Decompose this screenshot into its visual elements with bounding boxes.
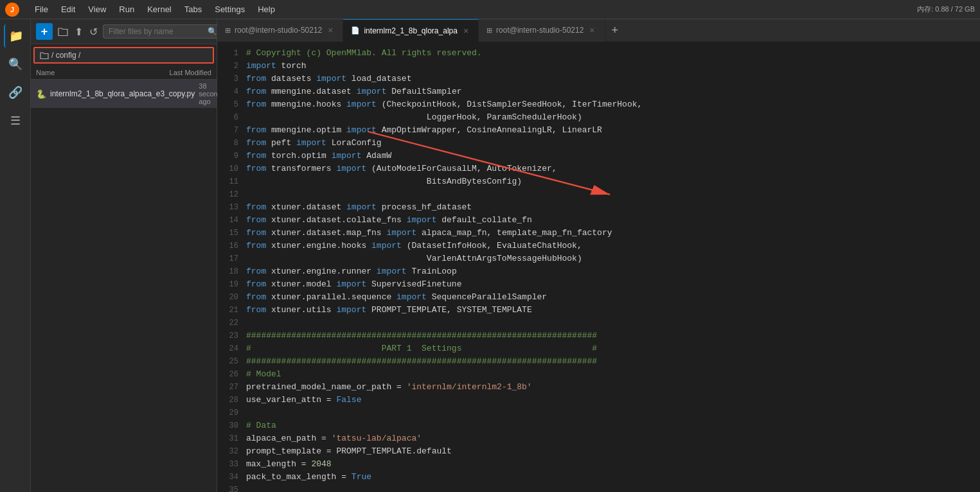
line-content: prompt_template = PROMPT_TEMPLATE.defaul… bbox=[246, 445, 980, 458]
breadcrumb-path: / config / bbox=[51, 51, 80, 60]
new-file-button[interactable]: + bbox=[36, 23, 53, 40]
breadcrumb[interactable]: / config / bbox=[33, 47, 214, 64]
line-number: 30 bbox=[217, 419, 246, 432]
line-number: 25 bbox=[217, 355, 246, 368]
line-number: 19 bbox=[217, 278, 246, 291]
app-logo: J bbox=[5, 3, 19, 17]
tab-close-1[interactable]: × bbox=[326, 24, 335, 36]
line-number: 21 bbox=[217, 304, 246, 317]
code-line: 26# Model bbox=[217, 368, 980, 381]
line-number: 14 bbox=[217, 214, 246, 227]
tab-python-file[interactable]: 📄 internlm2_1_8b_qlora_alpa × bbox=[343, 19, 479, 42]
code-line: 12 bbox=[217, 188, 980, 201]
code-line: 34pack_to_max_length = True bbox=[217, 471, 980, 484]
code-line: 20from xtuner.parallel.sequence import S… bbox=[217, 291, 980, 304]
tab-close-2[interactable]: × bbox=[461, 25, 470, 37]
line-content: LoggerHook, ParamSchedulerHook) bbox=[246, 111, 980, 124]
code-line: 25######################################… bbox=[217, 355, 980, 368]
upload-button[interactable]: ⬆ bbox=[73, 24, 84, 39]
line-number: 33 bbox=[217, 458, 246, 471]
code-line: 35 bbox=[217, 484, 980, 492]
file-list-header: Name Last Modified bbox=[31, 66, 217, 80]
file-name: internlm2_1_8b_qlora_alpaca_e3_copy.py bbox=[50, 89, 195, 98]
line-content: from mmengine.optim import AmpOptimWrapp… bbox=[246, 124, 980, 137]
code-line: 16from xtuner.engine.hooks import (Datas… bbox=[217, 240, 980, 252]
line-content: from peft import LoraConfig bbox=[246, 137, 980, 150]
line-number: 1 bbox=[217, 47, 246, 60]
sidebar: + ⬆ ↺ 🔍 / config / Name Last Modified 🐍 … bbox=[31, 19, 217, 492]
editor-container: 1# Copyright (c) OpenMMlab. All rights r… bbox=[217, 42, 980, 492]
code-line: 27pretrained_model_name_or_path = 'inter… bbox=[217, 381, 980, 394]
line-number: 35 bbox=[217, 484, 246, 492]
code-line: 31alpaca_en_path = 'tatsu-lab/alpaca' bbox=[217, 432, 980, 445]
file-item[interactable]: 🐍 internlm2_1_8b_qlora_alpaca_e3_copy.py… bbox=[31, 80, 217, 108]
line-content: from datasets import load_dataset bbox=[246, 73, 980, 85]
code-editor[interactable]: 1# Copyright (c) OpenMMlab. All rights r… bbox=[217, 42, 980, 492]
tab-label-2: internlm2_1_8b_qlora_alpa bbox=[364, 26, 457, 35]
folder-icon bbox=[40, 51, 49, 59]
line-number: 17 bbox=[217, 252, 246, 265]
line-content: from xtuner.engine.hooks import (Dataset… bbox=[246, 240, 980, 252]
activity-files[interactable]: 📁 bbox=[4, 24, 27, 48]
code-line: 22 bbox=[217, 317, 980, 329]
tab-label-3: root@intern-studio-50212 bbox=[496, 26, 584, 35]
tab-terminal-2[interactable]: ⊞ root@intern-studio-50212 × bbox=[479, 19, 605, 42]
activity-menu[interactable]: ☰ bbox=[4, 109, 27, 132]
code-line: 28use_varlen_attn = False bbox=[217, 394, 980, 407]
menu-help[interactable]: Help bbox=[253, 3, 280, 15]
code-line: 19from xtuner.model import SupervisedFin… bbox=[217, 278, 980, 291]
line-number: 24 bbox=[217, 342, 246, 355]
line-content: pretrained_model_name_or_path = 'internl… bbox=[246, 381, 980, 394]
sidebar-toolbar: + ⬆ ↺ 🔍 bbox=[31, 19, 217, 44]
line-number: 11 bbox=[217, 175, 246, 188]
line-number: 31 bbox=[217, 432, 246, 445]
code-line: 9from torch.optim import AdamW bbox=[217, 150, 980, 163]
code-line: 1# Copyright (c) OpenMMlab. All rights r… bbox=[217, 47, 980, 60]
code-line: 8from peft import LoraConfig bbox=[217, 137, 980, 150]
activity-source-control[interactable]: 🔗 bbox=[4, 81, 27, 104]
code-line: 30# Data bbox=[217, 419, 980, 432]
open-folder-button[interactable] bbox=[57, 26, 69, 37]
line-number: 7 bbox=[217, 124, 246, 137]
line-content: # Copyright (c) OpenMMlab. All rights re… bbox=[246, 47, 980, 60]
line-number: 4 bbox=[217, 85, 246, 98]
tab-label-1: root@intern-studio-50212 bbox=[235, 26, 322, 35]
line-number: 34 bbox=[217, 471, 246, 484]
tab-terminal-1[interactable]: ⊞ root@intern-studio-50212 × bbox=[217, 19, 343, 42]
line-content: use_varlen_attn = False bbox=[246, 394, 980, 407]
new-tab-button[interactable]: + bbox=[605, 24, 625, 37]
menu-view[interactable]: View bbox=[83, 3, 111, 15]
code-line: 18from xtuner.engine.runner import Train… bbox=[217, 265, 980, 278]
line-content: from mmengine.dataset import DefaultSamp… bbox=[246, 85, 980, 98]
line-content: # Model bbox=[246, 368, 980, 381]
code-line: 32prompt_template = PROMPT_TEMPLATE.defa… bbox=[217, 445, 980, 458]
line-number: 23 bbox=[217, 329, 246, 342]
activity-bar: 📁 🔍 🔗 ☰ bbox=[0, 19, 31, 492]
line-number: 28 bbox=[217, 394, 246, 407]
line-number: 10 bbox=[217, 163, 246, 175]
line-content: # PART 1 Settings # bbox=[246, 342, 980, 355]
code-line: 29 bbox=[217, 407, 980, 419]
code-line: 13from xtuner.dataset import process_hf_… bbox=[217, 201, 980, 214]
search-box: 🔍 bbox=[103, 24, 223, 39]
menu-file[interactable]: File bbox=[30, 3, 53, 15]
tab-close-3[interactable]: × bbox=[587, 24, 596, 36]
code-line: 14from xtuner.dataset.collate_fns import… bbox=[217, 214, 980, 227]
menu-settings[interactable]: Settings bbox=[209, 3, 250, 15]
code-line: 24# PART 1 Settings # bbox=[217, 342, 980, 355]
menu-run[interactable]: Run bbox=[114, 3, 139, 15]
activity-search[interactable]: 🔍 bbox=[4, 53, 27, 76]
line-number: 26 bbox=[217, 368, 246, 381]
menu-kernel[interactable]: Kernel bbox=[142, 3, 177, 15]
refresh-button[interactable]: ↺ bbox=[88, 24, 99, 39]
code-line: 10from transformers import (AutoModelFor… bbox=[217, 163, 980, 175]
line-content: alpaca_en_path = 'tatsu-lab/alpaca' bbox=[246, 432, 980, 445]
search-input[interactable] bbox=[109, 27, 205, 36]
menu-edit[interactable]: Edit bbox=[56, 3, 80, 15]
menu-tabs[interactable]: Tabs bbox=[179, 3, 207, 15]
line-number: 18 bbox=[217, 265, 246, 278]
line-number: 32 bbox=[217, 445, 246, 458]
search-icon: 🔍 bbox=[208, 27, 217, 36]
code-line: 33max_length = 2048 bbox=[217, 458, 980, 471]
menu-bar: File Edit View Run Kernel Tabs Settings … bbox=[30, 3, 280, 15]
